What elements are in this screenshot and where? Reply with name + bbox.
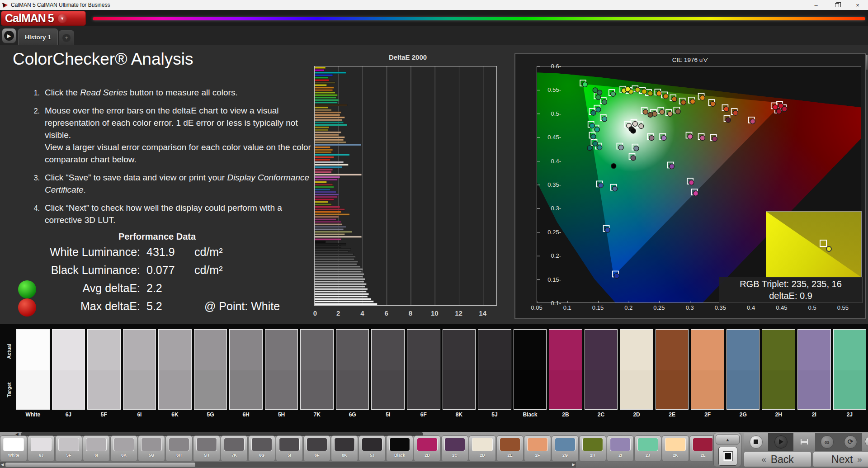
- palette-swatch-button[interactable]: 2L: [689, 435, 712, 462]
- comparator-swatch[interactable]: [656, 329, 689, 410]
- save-button[interactable]: SAVE: [865, 436, 868, 447]
- minimize-button[interactable]: –: [806, 0, 826, 10]
- comparator-swatch[interactable]: [797, 329, 831, 410]
- swatch-label: Black: [394, 453, 405, 458]
- comparator-swatch[interactable]: [443, 329, 476, 410]
- comparator-swatch[interactable]: [691, 329, 724, 410]
- palette-swatch-button[interactable]: 2B: [414, 435, 441, 462]
- palette-swatch-button[interactable]: 2H: [579, 435, 606, 462]
- comparator-swatch[interactable]: [158, 329, 192, 410]
- palette-swatch-button[interactable]: 5I: [276, 435, 303, 462]
- palette-swatch-button[interactable]: 5G: [138, 435, 165, 462]
- comparator-swatch[interactable]: [123, 329, 156, 410]
- target-color: [194, 370, 227, 409]
- restore-button[interactable]: [826, 0, 847, 10]
- scroll-left-icon[interactable]: ◀: [1, 463, 4, 467]
- palette-swatch-button[interactable]: 7K: [221, 435, 248, 462]
- play-icon: ▶: [4, 31, 14, 41]
- palette-swatch-button[interactable]: White: [0, 435, 27, 462]
- swatch-label: 5J: [478, 411, 511, 418]
- back-button[interactable]: « Back: [744, 452, 811, 467]
- comparator-swatch[interactable]: [87, 329, 121, 410]
- palette-swatch-button[interactable]: 2C: [441, 435, 468, 462]
- palette-swatch-button[interactable]: 2K: [662, 435, 689, 462]
- comparator-swatch[interactable]: [726, 329, 760, 410]
- palette-scrollbar-bottom[interactable]: ◀ ▶: [0, 462, 576, 468]
- target-color: [265, 370, 298, 409]
- back-button-label: Back: [771, 454, 794, 466]
- comparator-swatch[interactable]: [478, 329, 511, 410]
- actual-color: [798, 330, 830, 370]
- axis-tick-label: 0: [313, 309, 317, 317]
- palette-swatch-button[interactable]: 2I: [607, 435, 634, 462]
- close-button[interactable]: ×: [847, 0, 868, 10]
- target-color: [17, 370, 49, 409]
- palette-swatch-button[interactable]: 6I: [83, 435, 110, 462]
- scroll-right-icon[interactable]: ▶: [572, 463, 575, 467]
- swatch-color: [472, 438, 493, 451]
- comparator-swatch[interactable]: [194, 329, 227, 410]
- comparator-swatch[interactable]: [229, 329, 263, 410]
- axis-tick-label: 0.6-: [551, 63, 561, 70]
- palette-up-button[interactable]: ▲: [716, 435, 740, 444]
- axis-tick-label: 6: [385, 309, 388, 317]
- add-tab-button[interactable]: +: [59, 30, 74, 45]
- palette-swatch-button[interactable]: 2F: [524, 435, 551, 462]
- axis-tick-label: 0.5-: [551, 110, 561, 117]
- workflow-nav-button[interactable]: ▶: [2, 28, 16, 43]
- palette-swatch-button[interactable]: 6K: [110, 435, 137, 462]
- palette-swatch-button[interactable]: 2G: [552, 435, 579, 462]
- read-interval-button[interactable]: [793, 433, 815, 451]
- palette-swatch-button[interactable]: 6G: [248, 435, 275, 462]
- palette-swatch-button[interactable]: 6F: [303, 435, 330, 462]
- read-continuous-button[interactable]: ∞: [815, 433, 839, 451]
- palette-swatch-button[interactable]: 2E: [496, 435, 524, 462]
- comparator-swatch[interactable]: [833, 329, 867, 410]
- swatch-label: 2I: [618, 453, 622, 458]
- comparator-swatch[interactable]: [762, 329, 795, 410]
- swatch-color: [527, 438, 548, 451]
- comparator-swatch[interactable]: [336, 329, 369, 410]
- palette-swatch-button[interactable]: 5F: [55, 435, 82, 462]
- swatch-label: 6G: [336, 411, 369, 418]
- comparator-swatch[interactable]: [407, 329, 440, 410]
- palette-swatch-button[interactable]: 5J: [359, 435, 386, 462]
- comparator-swatch[interactable]: [514, 329, 547, 410]
- pattern-window-button[interactable]: [718, 447, 737, 466]
- comparator-swatch[interactable]: [265, 329, 298, 410]
- swatch-label: 2F: [535, 453, 540, 458]
- actual-color: [301, 330, 333, 370]
- palette-swatch-button[interactable]: 6J: [28, 435, 55, 462]
- swatch-label: 2E: [656, 411, 689, 418]
- axis-tick-label: 0.45-: [547, 134, 561, 141]
- swatch-color: [665, 438, 686, 451]
- comparator-swatch[interactable]: [300, 329, 334, 410]
- comparator-swatch[interactable]: [585, 329, 618, 410]
- read-series-button[interactable]: [768, 433, 793, 451]
- palette-swatch-button[interactable]: Black: [386, 435, 413, 462]
- deltae-chart-plot[interactable]: [314, 66, 497, 306]
- palette-swatch-button[interactable]: 2J: [634, 435, 661, 462]
- next-button[interactable]: Next »: [813, 452, 868, 467]
- comparator-swatch[interactable]: [549, 329, 582, 410]
- comparator-swatch[interactable]: [620, 329, 653, 410]
- tab-history-1[interactable]: History 1: [18, 28, 58, 45]
- palette-swatch-button[interactable]: 6H: [165, 435, 193, 462]
- actual-color: [549, 330, 582, 370]
- comparator-swatch[interactable]: [16, 329, 50, 410]
- swatch-label: Black: [514, 411, 547, 418]
- palette-swatch-button[interactable]: 2D: [469, 435, 496, 462]
- swatch-label: 5G: [194, 411, 227, 418]
- palette-swatch-button[interactable]: 8K: [331, 435, 358, 462]
- refresh-button[interactable]: ⟳: [839, 433, 862, 451]
- swatch-color: [224, 438, 245, 451]
- comparator-swatch[interactable]: [371, 329, 405, 410]
- calman-menu-button[interactable]: CalMAN 5 ▼: [1, 11, 86, 26]
- black-luminance-value: 0.077: [140, 264, 191, 277]
- comparator-swatch[interactable]: [52, 329, 85, 410]
- stop-button[interactable]: [744, 433, 768, 451]
- swatch-color: [500, 438, 520, 451]
- palette-swatch-button[interactable]: 5H: [193, 435, 220, 462]
- swatch-label: 6F: [407, 411, 440, 418]
- scrollbar-thumb[interactable]: [5, 463, 195, 467]
